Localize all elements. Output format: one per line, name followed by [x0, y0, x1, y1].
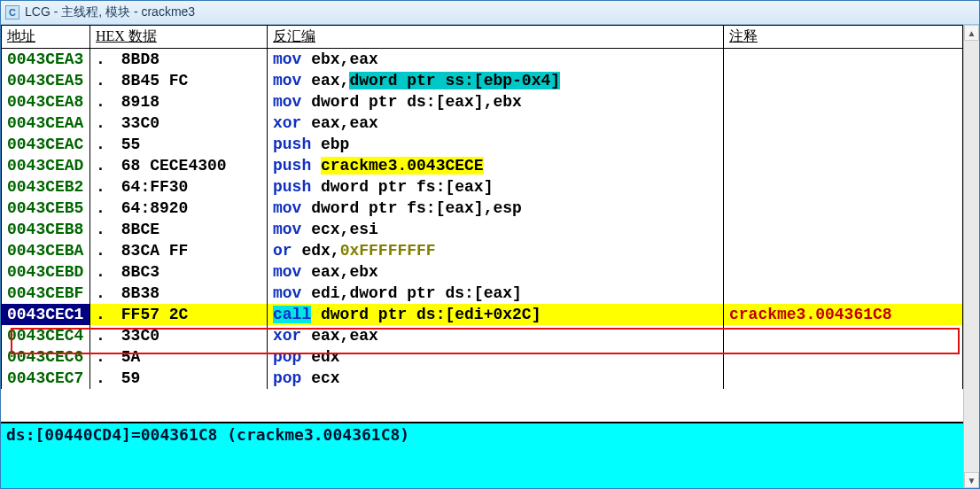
table-row[interactable]: 0043CEAA. 33C0xor eax,eax	[2, 113, 963, 134]
cell-hex: . 64:FF30	[90, 176, 268, 198]
cell-address: 0043CEA8	[2, 91, 90, 113]
cell-hex: . 55	[90, 134, 268, 155]
cell-comment	[724, 325, 963, 346]
cell-comment	[724, 219, 963, 240]
cell-comment	[724, 368, 963, 389]
cell-disasm: push crackme3.0043CECE	[268, 155, 724, 176]
cell-hex: . 33C0	[90, 113, 268, 134]
cell-address: 0043CEB8	[2, 219, 90, 240]
cell-disasm: call dword ptr ds:[edi+0x2C]	[268, 304, 724, 325]
cell-address: 0043CEB5	[2, 198, 90, 219]
cell-address: 0043CEBD	[2, 261, 90, 283]
cell-hex: . 8BD8	[90, 49, 268, 70]
cell-hex: . 5A	[90, 346, 268, 368]
cell-disasm: push ebp	[268, 134, 724, 155]
cell-comment	[724, 346, 963, 368]
cell-address: 0043CEB2	[2, 176, 90, 198]
app-icon: C	[5, 5, 19, 19]
cell-hex: . 8B38	[90, 283, 268, 304]
disasm-grid[interactable]: 地址 HEX 数据 反汇编 注释 0043CEA3. 8BD8mov ebx,e…	[1, 25, 963, 422]
cell-hex: . 8918	[90, 91, 268, 113]
cell-disasm: push dword ptr fs:[eax]	[268, 176, 724, 198]
cell-comment	[724, 176, 963, 198]
scroll-track[interactable]	[964, 41, 979, 472]
cell-address: 0043CEAA	[2, 113, 90, 134]
cell-disasm: mov dword ptr ds:[eax],ebx	[268, 91, 724, 113]
content-area: 地址 HEX 数据 反汇编 注释 0043CEA3. 8BD8mov ebx,e…	[1, 25, 979, 488]
cell-disasm: mov edi,dword ptr ds:[eax]	[268, 283, 724, 304]
cell-address: 0043CEAC	[2, 134, 90, 155]
col-disasm[interactable]: 反汇编	[268, 26, 724, 49]
info-panel: ds:[00440CD4]=004361C8 (crackme3.004361C…	[1, 422, 963, 488]
table-header: 地址 HEX 数据 反汇编 注释	[2, 26, 963, 49]
table-row[interactable]: 0043CEAC. 55push ebp	[2, 134, 963, 155]
cell-hex: . 8B45 FC	[90, 70, 268, 91]
cell-comment	[724, 155, 963, 176]
cell-comment	[724, 49, 963, 70]
scroll-down-arrow[interactable]: ▼	[964, 472, 979, 488]
table-row[interactable]: 0043CEBA. 83CA FFor edx,0xFFFFFFFF	[2, 240, 963, 261]
cell-disasm: pop edx	[268, 346, 724, 368]
disasm-table: 地址 HEX 数据 反汇编 注释 0043CEA3. 8BD8mov ebx,e…	[1, 25, 963, 389]
window-title: LCG - 主线程, 模块 - crackme3	[25, 4, 195, 20]
cell-address: 0043CEA5	[2, 70, 90, 91]
col-comment[interactable]: 注释	[724, 26, 963, 49]
col-hex[interactable]: HEX 数据	[90, 26, 268, 49]
cell-comment	[724, 240, 963, 261]
cell-disasm: pop ecx	[268, 368, 724, 389]
cell-address: 0043CEC1	[2, 304, 90, 325]
cell-disasm: xor eax,eax	[268, 325, 724, 346]
cell-hex: . 68 CECE4300	[90, 155, 268, 176]
table-row[interactable]: 0043CEA5. 8B45 FCmov eax,dword ptr ss:[e…	[2, 70, 963, 91]
cell-disasm: mov ebx,eax	[268, 49, 724, 70]
cell-comment	[724, 261, 963, 283]
cell-disasm: mov eax,dword ptr ss:[ebp-0x4]	[268, 70, 724, 91]
info-line: ds:[00440CD4]=004361C8 (crackme3.004361C…	[6, 425, 409, 444]
table-row[interactable]: 0043CEAD. 68 CECE4300push crackme3.0043C…	[2, 155, 963, 176]
cell-comment	[724, 283, 963, 304]
table-row[interactable]: 0043CEB2. 64:FF30push dword ptr fs:[eax]	[2, 176, 963, 198]
cell-address: 0043CEC6	[2, 346, 90, 368]
cell-disasm: or edx,0xFFFFFFFF	[268, 240, 724, 261]
table-row[interactable]: 0043CEC7. 59pop ecx	[2, 368, 963, 389]
cell-address: 0043CEC4	[2, 325, 90, 346]
cell-hex: . 83CA FF	[90, 240, 268, 261]
cell-comment	[724, 134, 963, 155]
cell-hex: . FF57 2C	[90, 304, 268, 325]
table-row[interactable]: 0043CEC6. 5Apop edx	[2, 346, 963, 368]
table-row[interactable]: 0043CEA8. 8918mov dword ptr ds:[eax],ebx	[2, 91, 963, 113]
vertical-scrollbar[interactable]: ▲ ▼	[963, 25, 979, 488]
table-row[interactable]: 0043CEC4. 33C0xor eax,eax	[2, 325, 963, 346]
cell-comment	[724, 70, 963, 91]
col-address[interactable]: 地址	[2, 26, 90, 49]
cell-hex: . 8BCE	[90, 219, 268, 240]
cell-disasm: xor eax,eax	[268, 113, 724, 134]
cell-disasm: mov eax,ebx	[268, 261, 724, 283]
table-row[interactable]: 0043CEB5. 64:8920mov dword ptr fs:[eax],…	[2, 198, 963, 219]
table-row[interactable]: 0043CEC1. FF57 2Ccall dword ptr ds:[edi+…	[2, 304, 963, 325]
cell-hex: . 33C0	[90, 325, 268, 346]
cell-address: 0043CEBA	[2, 240, 90, 261]
cell-address: 0043CEC7	[2, 368, 90, 389]
debugger-window: C LCG - 主线程, 模块 - crackme3 地址 HEX 数据 反汇编…	[0, 0, 980, 489]
cell-address: 0043CEA3	[2, 49, 90, 70]
cell-disasm: mov dword ptr fs:[eax],esp	[268, 198, 724, 219]
cell-hex: . 8BC3	[90, 261, 268, 283]
table-row[interactable]: 0043CEB8. 8BCEmov ecx,esi	[2, 219, 963, 240]
cell-address: 0043CEBF	[2, 283, 90, 304]
main-panel: 地址 HEX 数据 反汇编 注释 0043CEA3. 8BD8mov ebx,e…	[1, 25, 963, 488]
table-row[interactable]: 0043CEBD. 8BC3mov eax,ebx	[2, 261, 963, 283]
cell-comment: crackme3.004361C8	[724, 304, 963, 325]
cell-disasm: mov ecx,esi	[268, 219, 724, 240]
title-bar[interactable]: C LCG - 主线程, 模块 - crackme3	[1, 1, 979, 25]
cell-comment	[724, 91, 963, 113]
cell-address: 0043CEAD	[2, 155, 90, 176]
table-row[interactable]: 0043CEBF. 8B38mov edi,dword ptr ds:[eax]	[2, 283, 963, 304]
cell-comment	[724, 198, 963, 219]
table-row[interactable]: 0043CEA3. 8BD8mov ebx,eax	[2, 49, 963, 70]
table-body: 0043CEA3. 8BD8mov ebx,eax0043CEA5. 8B45 …	[2, 49, 963, 389]
cell-comment	[724, 113, 963, 134]
cell-hex: . 59	[90, 368, 268, 389]
cell-hex: . 64:8920	[90, 198, 268, 219]
scroll-up-arrow[interactable]: ▲	[964, 25, 979, 41]
